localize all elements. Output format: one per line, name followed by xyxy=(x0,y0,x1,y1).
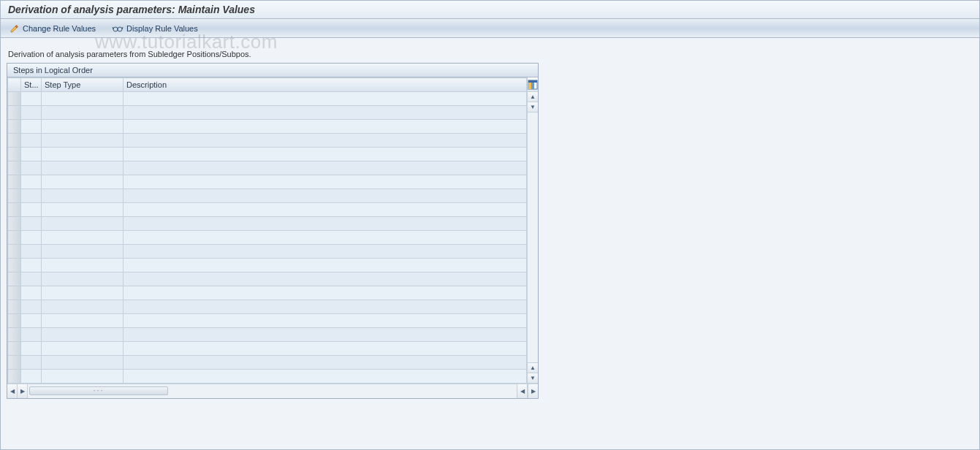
row-selector[interactable] xyxy=(8,314,21,328)
cell-st[interactable] xyxy=(21,370,42,384)
table-row[interactable] xyxy=(8,314,527,328)
cell-description[interactable] xyxy=(124,286,527,300)
cell-st[interactable] xyxy=(21,189,42,203)
cell-step-type[interactable] xyxy=(42,120,124,134)
table-row[interactable] xyxy=(8,245,527,259)
row-selector[interactable] xyxy=(8,161,21,175)
table-row[interactable] xyxy=(8,370,527,384)
table-row[interactable] xyxy=(8,259,527,272)
col-header-st[interactable]: St... xyxy=(21,78,42,92)
col-header-step-type[interactable]: Step Type xyxy=(42,78,124,92)
cell-description[interactable] xyxy=(124,92,527,106)
cell-description[interactable] xyxy=(124,342,527,356)
row-selector[interactable] xyxy=(8,328,21,342)
row-selector[interactable] xyxy=(8,245,21,259)
cell-description[interactable] xyxy=(124,134,527,148)
row-selector[interactable] xyxy=(8,286,21,300)
table-row[interactable] xyxy=(8,203,527,217)
table-row[interactable] xyxy=(8,189,527,203)
cell-step-type[interactable] xyxy=(42,148,124,161)
table-row[interactable] xyxy=(8,342,527,356)
table-row[interactable] xyxy=(8,356,527,370)
cell-step-type[interactable] xyxy=(42,92,124,106)
table-row[interactable] xyxy=(8,161,527,175)
table-row[interactable] xyxy=(8,272,527,286)
table-row[interactable] xyxy=(8,328,527,342)
row-selector[interactable] xyxy=(8,148,21,161)
row-selector-header[interactable] xyxy=(8,78,21,92)
display-rule-values-button[interactable]: Display Rule Values xyxy=(109,22,201,35)
table-row[interactable] xyxy=(8,300,527,314)
cell-description[interactable] xyxy=(124,106,527,120)
cell-step-type[interactable] xyxy=(42,342,124,356)
cell-step-type[interactable] xyxy=(42,231,124,245)
cell-description[interactable] xyxy=(124,217,527,231)
scroll-left-end-button[interactable]: ◀ xyxy=(517,384,528,398)
row-selector[interactable] xyxy=(8,175,21,189)
table-row[interactable] xyxy=(8,106,527,120)
cell-st[interactable] xyxy=(21,328,42,342)
scroll-down-button[interactable]: ▼ xyxy=(528,102,538,113)
table-row[interactable] xyxy=(8,134,527,148)
cell-description[interactable] xyxy=(124,189,527,203)
cell-st[interactable] xyxy=(21,356,42,370)
cell-step-type[interactable] xyxy=(42,175,124,189)
cell-description[interactable] xyxy=(124,203,527,217)
scroll-right-step-button[interactable]: ▶ xyxy=(18,384,28,398)
cell-st[interactable] xyxy=(21,106,42,120)
table-row[interactable] xyxy=(8,217,527,231)
cell-step-type[interactable] xyxy=(42,259,124,272)
cell-description[interactable] xyxy=(124,259,527,272)
col-header-description[interactable]: Description xyxy=(124,78,527,92)
cell-description[interactable] xyxy=(124,245,527,259)
cell-step-type[interactable] xyxy=(42,203,124,217)
row-selector[interactable] xyxy=(8,356,21,370)
cell-description[interactable] xyxy=(124,328,527,342)
vertical-scroll-track[interactable] xyxy=(528,113,538,363)
cell-description[interactable] xyxy=(124,161,527,175)
table-row[interactable] xyxy=(8,120,527,134)
row-selector[interactable] xyxy=(8,189,21,203)
cell-st[interactable] xyxy=(21,286,42,300)
scroll-up-button[interactable]: ▲ xyxy=(528,92,538,102)
scroll-right-button[interactable]: ▶ xyxy=(528,384,538,398)
table-row[interactable] xyxy=(8,286,527,300)
cell-step-type[interactable] xyxy=(42,300,124,314)
cell-st[interactable] xyxy=(21,231,42,245)
cell-description[interactable] xyxy=(124,175,527,189)
cell-step-type[interactable] xyxy=(42,245,124,259)
horizontal-scroll-track[interactable] xyxy=(28,384,517,398)
cell-description[interactable] xyxy=(124,120,527,134)
cell-st[interactable] xyxy=(21,175,42,189)
row-selector[interactable] xyxy=(8,120,21,134)
cell-st[interactable] xyxy=(21,245,42,259)
row-selector[interactable] xyxy=(8,342,21,356)
cell-step-type[interactable] xyxy=(42,286,124,300)
scroll-up-end-button[interactable]: ▲ xyxy=(528,363,538,373)
cell-step-type[interactable] xyxy=(42,370,124,384)
cell-st[interactable] xyxy=(21,203,42,217)
row-selector[interactable] xyxy=(8,134,21,148)
cell-st[interactable] xyxy=(21,120,42,134)
cell-st[interactable] xyxy=(21,342,42,356)
cell-step-type[interactable] xyxy=(42,161,124,175)
cell-st[interactable] xyxy=(21,272,42,286)
cell-st[interactable] xyxy=(21,217,42,231)
cell-description[interactable] xyxy=(124,272,527,286)
cell-st[interactable] xyxy=(21,148,42,161)
scroll-left-button[interactable]: ◀ xyxy=(7,384,18,398)
row-selector[interactable] xyxy=(8,203,21,217)
row-selector[interactable] xyxy=(8,272,21,286)
cell-step-type[interactable] xyxy=(42,328,124,342)
table-row[interactable] xyxy=(8,92,527,106)
scroll-down-end-button[interactable]: ▼ xyxy=(528,373,538,384)
cell-step-type[interactable] xyxy=(42,272,124,286)
cell-st[interactable] xyxy=(21,161,42,175)
cell-st[interactable] xyxy=(21,300,42,314)
cell-st[interactable] xyxy=(21,314,42,328)
cell-description[interactable] xyxy=(124,231,527,245)
cell-description[interactable] xyxy=(124,148,527,161)
row-selector[interactable] xyxy=(8,231,21,245)
cell-step-type[interactable] xyxy=(42,314,124,328)
table-row[interactable] xyxy=(8,175,527,189)
